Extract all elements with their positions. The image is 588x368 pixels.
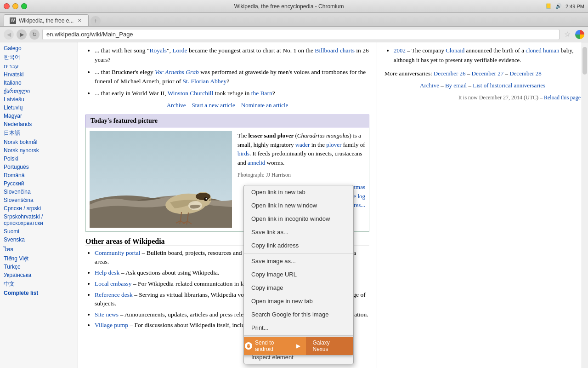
sidebar-item-lietuviu[interactable]: Lietuvių (0, 104, 78, 112)
sidebar-item-chinese[interactable]: 中文 (0, 279, 78, 289)
page-scrollbar[interactable] (582, 42, 588, 368)
context-open-incognito[interactable]: Open link in incognito window (244, 212, 353, 225)
send-android-arrow: ▶ (296, 343, 300, 349)
bookmark-icon[interactable]: ☆ (564, 30, 571, 39)
birds-link[interactable]: birds (237, 150, 249, 157)
address-input[interactable] (42, 29, 560, 40)
year-2002-link[interactable]: 2002 (394, 47, 406, 54)
anniversary-2002: 2002 – The company Clonaid announced the… (394, 46, 581, 65)
sidebar-item-norsk-nynorsk[interactable]: Norsk nynorsk (0, 146, 78, 155)
scrollbar-thumb[interactable] (582, 47, 587, 75)
sidebar-item-nederlands[interactable]: Nederlands (0, 120, 78, 128)
page-container: Galego 한국어 עברית Hrvatski Italiano ქართუ… (0, 42, 588, 368)
context-copy-image-url[interactable]: Copy image URL (244, 268, 353, 281)
reload-link[interactable]: Reload this page (544, 94, 581, 101)
sidebar-item-suomi[interactable]: Suomi (0, 227, 78, 236)
send-to-android-btn[interactable]: Send to android ▶ (243, 337, 306, 355)
cloned-human-link[interactable]: cloned human (526, 47, 559, 54)
forward-button[interactable]: ▶ (17, 29, 27, 40)
dec28-link[interactable]: December 28 (509, 70, 542, 77)
system-tray: 📒 🔊 2:49 PM (545, 3, 584, 9)
context-open-new-window[interactable]: Open link in new window (244, 199, 353, 212)
nominate-article-link[interactable]: Nominate an article (241, 102, 288, 109)
sidebar-item-slovencina[interactable]: Slovenčina (0, 188, 78, 196)
start-new-article-link[interactable]: Start a new article (192, 102, 235, 109)
context-copy-link[interactable]: Copy link address (244, 239, 353, 252)
close-button[interactable] (4, 3, 10, 9)
dyk-list: ... that with her song "Royals", Lorde b… (85, 46, 369, 98)
lorde-link[interactable]: Lorde (172, 47, 187, 54)
sidebar-item-latviesu[interactable]: Latviešu (0, 95, 78, 104)
dec27-link[interactable]: December 27 (472, 70, 504, 77)
photo-credit: Photograph: JJ Harrison (237, 171, 365, 179)
dyk-item-1: ... that with her song "Royals", Lorde b… (95, 46, 369, 65)
annelid-link[interactable]: annelid (248, 159, 265, 166)
context-search-google[interactable]: Search Google for this image (244, 308, 353, 321)
maximize-button[interactable] (21, 3, 27, 9)
tab-label: Wikipedia, the free e... (19, 17, 74, 24)
context-save-link[interactable]: Save link as... (244, 225, 353, 239)
featured-image (90, 131, 232, 228)
svg-point-18 (248, 345, 249, 346)
local-embassy-link[interactable]: Local embassy (95, 280, 132, 287)
st-florian-link[interactable]: St. Florian Abbey (183, 78, 227, 85)
sidebar-item-ukrainian[interactable]: Українська (0, 271, 78, 279)
chrome-menu-icon[interactable] (575, 30, 584, 39)
royals-link[interactable]: Royals (150, 47, 167, 54)
context-save-image[interactable]: Save image as... (244, 254, 353, 268)
anniversary-archive-links: Archive – By email – List of historical … (384, 81, 581, 91)
vor-arneths-link[interactable]: Vor Arneths Grab (155, 69, 199, 75)
billboard-charts-link[interactable]: Billboard charts (315, 47, 355, 54)
sidebar-item-hrvatski[interactable]: Hrvatski (0, 70, 78, 79)
sidebar-item-russian[interactable]: Русский (0, 179, 78, 188)
barn-link[interactable]: the Barn (251, 90, 272, 97)
sidebar-complete-list[interactable]: Complete list (0, 289, 78, 297)
new-tab-button[interactable]: + (90, 16, 101, 26)
sidebar-item-georgian[interactable]: ქართული (0, 87, 78, 95)
sidebar-item-svenska[interactable]: Svenska (0, 236, 78, 244)
dyk-links: Archive – Start a new article – Nominate… (85, 102, 369, 109)
sidebar-item-turkce[interactable]: Türkçe (0, 263, 78, 271)
window-title: Wikipedia, the free encyclopedia - Chrom… (234, 3, 344, 10)
ann-archive-link[interactable]: Archive (420, 82, 439, 89)
sidebar-item-portugues[interactable]: Português (0, 163, 78, 171)
active-tab[interactable]: W Wikipedia, the free e... ✕ (4, 14, 89, 26)
archive-link[interactable]: Archive (167, 102, 186, 109)
community-portal-link[interactable]: Community portal (95, 249, 140, 256)
context-print[interactable]: Print... (244, 321, 353, 334)
reference-desk-link[interactable]: Reference desk (95, 291, 133, 298)
minimize-button[interactable] (12, 3, 18, 9)
sidebar-item-slovescina[interactable]: Slovenščina (0, 196, 78, 204)
site-news-link[interactable]: Site news (95, 311, 119, 318)
sidebar-item-korean[interactable]: 한국어 (0, 52, 78, 62)
context-copy-image[interactable]: Copy image (244, 281, 353, 294)
by-email-link[interactable]: By email (445, 82, 467, 89)
wader-link[interactable]: wader (295, 141, 310, 148)
sidebar-item-romana[interactable]: Română (0, 171, 78, 179)
list-historical-link[interactable]: List of historical anniversaries (473, 82, 545, 89)
sidebar-item-italiano[interactable]: Italiano (0, 79, 78, 87)
sidebar-item-magyar[interactable]: Magyar (0, 112, 78, 120)
village-pump-link[interactable]: Village pump (95, 322, 128, 328)
context-open-new-tab[interactable]: Open link in new tab (244, 185, 353, 199)
back-button[interactable]: ◀ (4, 29, 14, 40)
help-desk-link[interactable]: Help desk (95, 269, 119, 276)
clonaid-link[interactable]: Clonaid (446, 47, 464, 54)
right-column: 2002 – The company Clonaid announced the… (377, 42, 588, 368)
sidebar-item-hebrew[interactable]: עברית (0, 62, 78, 70)
sidebar-item-srpskohrvatski[interactable]: Srpskohrvatski / српскохрватски (0, 213, 78, 227)
context-separator-2 (244, 335, 353, 336)
sidebar-item-galego[interactable]: Galego (0, 44, 78, 52)
context-open-image-tab[interactable]: Open image in new tab (244, 294, 353, 308)
churchill-link[interactable]: Winston Churchill (168, 90, 214, 97)
sidebar-item-thai[interactable]: ไทย (0, 244, 78, 254)
sidebar-item-norsk-bokmal[interactable]: Norsk bokmål (0, 138, 78, 146)
sidebar-item-srpski[interactable]: Српски / srpski (0, 204, 78, 213)
tab-close-button[interactable]: ✕ (76, 17, 83, 24)
sidebar-item-japanese[interactable]: 日本語 (0, 128, 78, 138)
plover-link[interactable]: plover (326, 141, 341, 148)
sidebar-item-tieng-viet[interactable]: Tiếng Việt (0, 254, 78, 263)
dec26-link[interactable]: December 26 (434, 70, 466, 77)
refresh-button[interactable]: ↻ (29, 29, 40, 40)
sidebar-item-polski[interactable]: Polski (0, 155, 78, 163)
